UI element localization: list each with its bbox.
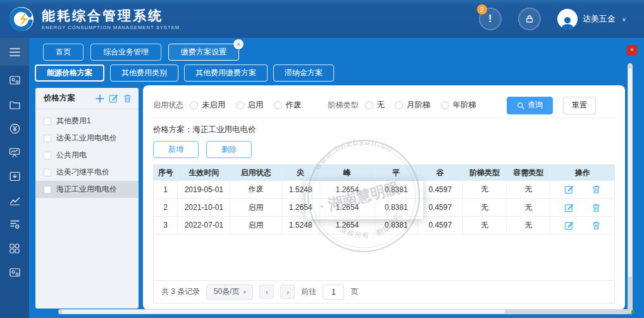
radio-ladder-year[interactable]: 年阶梯: [441, 100, 477, 111]
radio-ladder-none[interactable]: 无: [365, 100, 385, 111]
ladder-type-label: 阶梯类型: [328, 100, 359, 111]
delete-row-icon[interactable]: [591, 221, 601, 230]
chevron-down-icon: ∨: [622, 16, 626, 23]
pagination-bar: 共 3 条记录 50条/页 ▾ ‹ › 前往 页: [154, 280, 614, 303]
search-icon: [517, 102, 524, 109]
table-row: 1 2019-05-01 作废 1.5248 1.2654 0.8381 0.4…: [154, 181, 614, 199]
content-area: 首页 综合业务管理 缴费方案设置 ✕ ✕ 能源价格方案 其他费用类别 其他费用缴…: [29, 38, 644, 318]
radio-icon[interactable]: [236, 101, 244, 109]
subtab-late-fee-plan[interactable]: 滞纳金方案: [273, 64, 334, 82]
prev-page-button[interactable]: ‹: [259, 284, 274, 299]
plan-item-damei-diaojiping[interactable]: 达美刁继平电价: [35, 164, 139, 181]
notification-button[interactable]: ! 2: [479, 8, 502, 30]
sidebar-item-menu[interactable]: [0, 38, 29, 66]
plan-info-label: 价格方案：: [153, 125, 193, 134]
sidebar-item-monitor[interactable]: [0, 140, 29, 164]
vertical-scrollbar-thumb[interactable]: [628, 68, 632, 277]
close-page-button[interactable]: ✕: [627, 45, 637, 55]
currency-yen-icon: [9, 123, 20, 134]
radio-icon[interactable]: [395, 101, 403, 109]
app-logo-icon: [9, 6, 34, 32]
download-folder-icon: [9, 171, 20, 181]
price-plan-panel: 价格方案 其他费用1: [35, 88, 139, 309]
tab-close-icon[interactable]: ✕: [233, 39, 244, 49]
radio-icon[interactable]: [190, 101, 198, 109]
col-operations: 操作: [550, 165, 614, 181]
plan-checkbox[interactable]: [44, 186, 51, 193]
dropdown-arrow-icon: ▾: [243, 289, 246, 295]
horizontal-scrollbar[interactable]: [58, 309, 629, 314]
delete-row-icon[interactable]: [591, 185, 601, 194]
plan-checkbox[interactable]: [44, 135, 51, 142]
edit-row-icon[interactable]: [564, 221, 574, 230]
sidebar-item-currency[interactable]: [0, 116, 29, 140]
table-row: 3 2022-07-01 启用 1.5248 1.2654 0.8381 0.4…: [154, 216, 614, 234]
sidebar-item-report-settings[interactable]: [0, 212, 29, 236]
tab-business[interactable]: 综合业务管理: [90, 44, 161, 61]
filter-row: 启用状态 未启用 启用 作废 阶梯类型 无: [153, 93, 615, 118]
query-button[interactable]: 查询: [507, 97, 553, 114]
selected-plan-info: 价格方案：海正工业用电电价: [153, 125, 615, 135]
folder-icon: [9, 100, 20, 109]
price-table: 序号 生效时间 启用状态 尖 峰 平 谷 阶梯类型 容需类型 操作: [154, 165, 614, 235]
radio-not-enabled[interactable]: 未启用: [190, 100, 226, 111]
plan-checkbox[interactable]: [44, 152, 51, 159]
tab-home[interactable]: 首页: [43, 44, 84, 61]
radio-enabled[interactable]: 启用: [236, 100, 264, 111]
plan-info-value: 海正工业用电电价: [193, 125, 256, 134]
goto-unit: 页: [350, 286, 358, 297]
subtab-energy-price-plan[interactable]: 能源价格方案: [35, 64, 104, 82]
sidebar-item-user-card[interactable]: [0, 68, 29, 92]
horizontal-scrollbar-thumb[interactable]: [62, 310, 505, 314]
edit-plan-icon[interactable]: [109, 94, 118, 103]
col-capacity-type: 容需类型: [507, 165, 550, 181]
table-row: 2 2021-10-01 启用 1.2654 1.2654 0.8381 0.4…: [154, 199, 614, 216]
delete-button[interactable]: 删除: [206, 141, 252, 158]
user-card-gear-icon: [9, 267, 20, 278]
plan-item-damei-industrial[interactable]: 达美工业用电电价: [35, 130, 139, 147]
col-flat: 平: [375, 165, 418, 181]
plan-item-public-power[interactable]: 公共用电: [35, 147, 139, 164]
plan-checkbox[interactable]: [44, 169, 51, 176]
sidebar-item-folder[interactable]: [0, 92, 29, 116]
sidebar-item-user-card-2[interactable]: [0, 260, 29, 284]
radio-icon[interactable]: [365, 101, 373, 109]
top-header: 能耗综合管理系统 ENERGY CONSUMPTION MANAGEMENT S…: [0, 0, 644, 38]
line-chart-icon: [9, 196, 20, 205]
goto-page-input[interactable]: [323, 284, 344, 300]
radio-icon[interactable]: [274, 101, 282, 109]
sidebar-item-analytics[interactable]: [0, 188, 29, 212]
add-plan-icon[interactable]: [96, 94, 104, 103]
edit-row-icon[interactable]: [564, 203, 574, 212]
radio-icon[interactable]: [441, 101, 449, 109]
user-menu[interactable]: 达美五金 ∨: [557, 9, 626, 29]
header-right: ! 2 达美五金 ∨: [479, 8, 644, 30]
sidebar-item-apps[interactable]: [0, 236, 29, 260]
exclamation-icon: !: [488, 13, 492, 25]
sidebar-item-download[interactable]: [0, 164, 29, 188]
price-plan-tools: [96, 94, 132, 103]
radio-voided[interactable]: 作废: [274, 100, 302, 111]
plan-checkbox[interactable]: [44, 118, 51, 125]
page-size-select[interactable]: 50条/页 ▾: [206, 284, 253, 300]
delete-plan-icon[interactable]: [123, 94, 132, 103]
radio-ladder-month[interactable]: 月阶梯: [395, 100, 431, 111]
vertical-scrollbar[interactable]: [628, 63, 633, 314]
table-header-row: 序号 生效时间 启用状态 尖 峰 平 谷 阶梯类型 容需类型 操作: [154, 165, 614, 181]
resize-corner-dot: [631, 310, 635, 314]
col-effective-date: 生效时间: [178, 165, 230, 181]
tab-payment-plan-settings[interactable]: 缴费方案设置 ✕: [168, 44, 239, 61]
next-page-button[interactable]: ›: [280, 284, 295, 299]
icon-sidebar: [0, 38, 29, 318]
price-plan-panel-header: 价格方案: [35, 88, 139, 109]
plan-item-other-fee-1[interactable]: 其他费用1: [35, 113, 139, 130]
subtab-other-fee-payment-plan[interactable]: 其他费用缴费方案: [184, 64, 268, 82]
delete-row-icon[interactable]: [591, 203, 601, 212]
plan-item-haizheng-industrial[interactable]: 海正工业用电电价: [35, 181, 139, 198]
subtab-other-fee-category[interactable]: 其他费用类别: [110, 64, 178, 82]
edit-row-icon[interactable]: [564, 185, 574, 194]
price-plan-list: 其他费用1 达美工业用电电价 公共用电 达美刁继平电价 海正工业用电电价: [35, 109, 139, 198]
add-button[interactable]: 新增: [153, 141, 199, 158]
lock-button[interactable]: [518, 8, 541, 30]
reset-button[interactable]: 重置: [563, 97, 596, 114]
